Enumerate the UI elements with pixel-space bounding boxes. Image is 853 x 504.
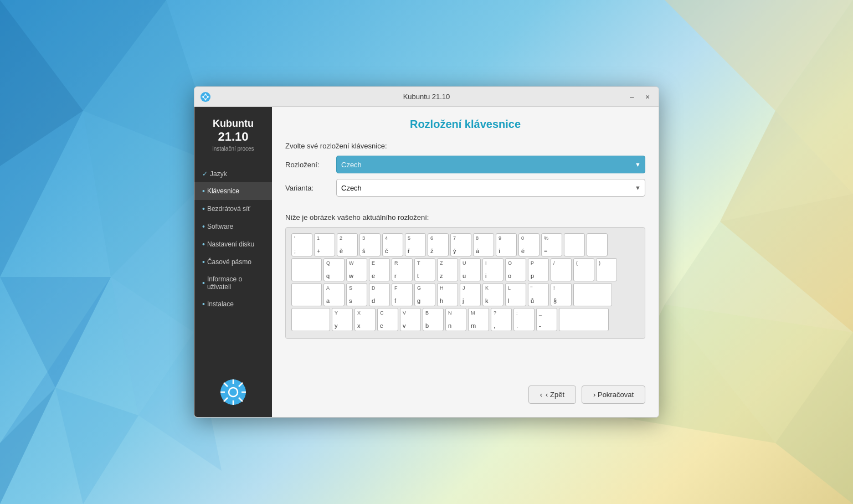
sidebar-item-casove-pasmo[interactable]: • Časové pásmo: [194, 253, 272, 271]
sidebar-item-label: Informace o uživateli: [207, 275, 264, 291]
key-empty1: [564, 233, 585, 256]
layout-select-wrapper: Czech English (US) German French Slovak …: [336, 156, 645, 173]
svg-marker-12: [665, 0, 853, 111]
key-tab: [291, 258, 322, 281]
key-3: 3š: [359, 233, 381, 256]
key-excl-section: !§: [551, 283, 572, 306]
key-9: 9í: [496, 233, 517, 256]
key-6: 6ž: [428, 233, 449, 256]
key-j: Jj: [460, 283, 481, 306]
keyboard-preview-label: Níže je obrázek vašeho aktuálního rozlož…: [285, 213, 645, 222]
key-8: 8á: [473, 233, 494, 256]
bottom-bar: ‹ ‹ Zpět › Pokračovat: [285, 378, 645, 406]
keyboard-section: Níže je obrázek vašeho aktuálního rozlož…: [285, 213, 645, 339]
form-section: Zvolte své rozložení klávesnice: Rozlože…: [285, 142, 645, 202]
sidebar-app-name: Kubuntu: [200, 118, 266, 130]
variant-select-wrapper: Czech Czech (QWERTY) Czech (with <\|> ke…: [336, 179, 645, 197]
key-paren-close: ): [596, 258, 617, 281]
sidebar-item-label: Časové pásmo: [207, 258, 251, 266]
key-d: Dd: [369, 283, 390, 306]
key-k: Kk: [482, 283, 503, 306]
key-7: 7ý: [450, 233, 471, 256]
key-f: Ff: [392, 283, 413, 306]
layout-select[interactable]: Czech English (US) German French Slovak: [336, 156, 645, 173]
key-shift-right: [559, 308, 609, 331]
chevron-left-icon: ‹: [540, 390, 542, 399]
sidebar-header: Kubuntu 21.10 instalační proces: [194, 107, 272, 160]
key-a: Aa: [323, 283, 345, 306]
key-semicolon: ';: [291, 233, 312, 256]
sidebar-item-jazyk[interactable]: ✓ Jazyk: [194, 166, 272, 182]
bullet-icon: •: [202, 204, 205, 213]
svg-marker-13: [775, 0, 853, 194]
sidebar-item-bezdratova-sit[interactable]: • Bezdrátová síť: [194, 200, 272, 218]
key-u: Uu: [460, 258, 481, 281]
keyboard-row-3: Aa Ss Dd Ff Gg Hh Jj Kk Ll "ů !§: [291, 283, 639, 306]
back-label: ‹ Zpět: [546, 390, 564, 399]
key-caps: [291, 283, 322, 306]
keyboard-row-4: Yy Xx Cc Vv Bb Nn Mm ?, :. _-: [291, 308, 639, 331]
svg-marker-7: [0, 277, 111, 443]
variant-row: Varianta: Czech Czech (QWERTY) Czech (wi…: [285, 179, 645, 197]
sidebar-item-instalace[interactable]: • Instalace: [194, 295, 272, 313]
key-t: Tt: [414, 258, 435, 281]
key-q: Qq: [323, 258, 345, 281]
svg-marker-17: [665, 305, 853, 443]
key-2: 2ě: [337, 233, 358, 256]
svg-marker-3: [0, 111, 83, 277]
app-icon: [200, 91, 211, 102]
key-o: Oo: [505, 258, 526, 281]
key-r: Rr: [392, 258, 413, 281]
key-p: Pp: [528, 258, 549, 281]
key-enter: [573, 283, 612, 306]
sidebar-item-label: Jazyk: [210, 170, 227, 178]
sidebar-item-label: Nastavení disku: [207, 240, 254, 248]
bullet-icon: •: [202, 222, 205, 231]
main-content: Rozložení klávesnice Zvolte své rozložen…: [272, 107, 659, 417]
key-1: 1+: [314, 233, 335, 256]
svg-marker-10: [55, 388, 138, 504]
svg-marker-14: [720, 111, 853, 222]
sidebar-version: 21.10: [200, 130, 266, 143]
next-button[interactable]: › Pokračovat: [582, 385, 645, 404]
keyboard-row-1: '; 1+ 2ě 3š 4č 5ř 6ž 7ý 8á 9í 0é %=: [291, 233, 639, 256]
bullet-icon: •: [202, 240, 205, 249]
minimize-button[interactable]: –: [625, 90, 639, 104]
svg-marker-0: [0, 0, 166, 111]
key-w: Ww: [346, 258, 367, 281]
key-l: Ll: [505, 283, 526, 306]
sidebar-item-klavesnice[interactable]: • Klávesnice: [194, 182, 272, 200]
back-button[interactable]: ‹ ‹ Zpět: [528, 385, 576, 404]
key-slash: /: [551, 258, 572, 281]
keyboard-row-2: Qq Ww Ee Rr Tt Zz Uu Ii Oo Pp / (: [291, 258, 639, 281]
bullet-icon: •: [202, 258, 205, 266]
key-u-ring: "ů: [528, 283, 549, 306]
layout-row: Rozložení: Czech English (US) German Fre…: [285, 156, 645, 173]
variant-select[interactable]: Czech Czech (QWERTY) Czech (with <\|> ke…: [336, 179, 645, 197]
key-m: Mm: [468, 308, 489, 331]
next-label: › Pokračovat: [593, 390, 634, 399]
variant-label: Varianta:: [285, 184, 330, 192]
key-s: Ss: [346, 283, 367, 306]
sidebar-item-label: Klávesnice: [207, 187, 239, 195]
layout-label: Rozložení:: [285, 161, 330, 169]
key-b: Bb: [423, 308, 444, 331]
close-button[interactable]: ×: [641, 90, 654, 104]
sidebar-item-software[interactable]: • Software: [194, 218, 272, 235]
sidebar: Kubuntu 21.10 instalační proces ✓ Jazyk …: [194, 107, 272, 417]
page-title: Rozložení klávesnice: [285, 118, 645, 131]
key-0: 0é: [518, 233, 539, 256]
key-5: 5ř: [405, 233, 426, 256]
sidebar-logo: [194, 367, 272, 417]
key-g: Gg: [414, 283, 435, 306]
sidebar-nav: ✓ Jazyk • Klávesnice • Bezdrátová síť • …: [194, 160, 272, 367]
key-e: Ee: [369, 258, 390, 281]
bullet-icon: •: [202, 187, 205, 196]
key-paren-open: (: [573, 258, 594, 281]
sidebar-item-informace-o-uzivateli[interactable]: • Informace o uživateli: [194, 271, 272, 295]
check-icon: ✓: [202, 170, 208, 178]
sidebar-item-nastaveni-disku[interactable]: • Nastavení disku: [194, 235, 272, 253]
key-shift-left: [291, 308, 330, 331]
key-c: Cc: [377, 308, 398, 331]
sidebar-item-label: Software: [207, 223, 233, 230]
